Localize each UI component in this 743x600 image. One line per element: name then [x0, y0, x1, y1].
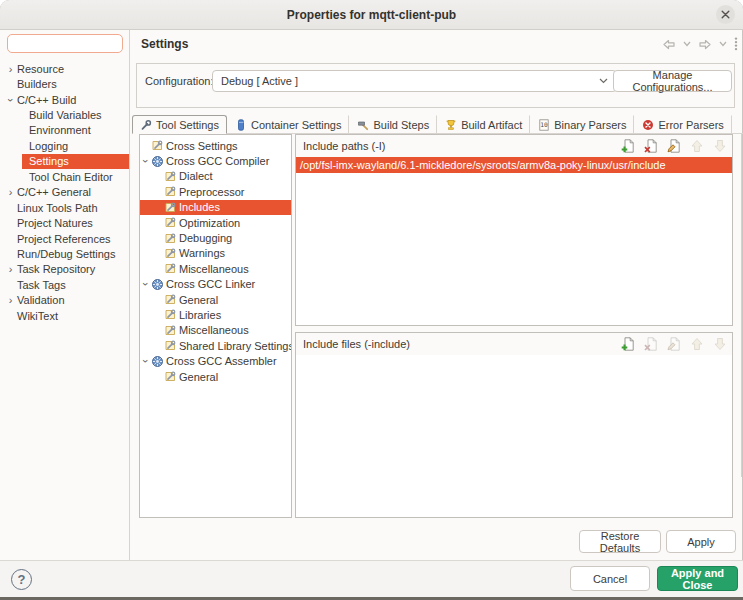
sidebar-item-linux-tools-path[interactable]: Linux Tools Path — [0, 200, 129, 215]
tab-container-settings[interactable]: Container Settings — [227, 115, 350, 133]
sidebar-item-label: Project References — [17, 233, 111, 245]
tool-tree-item-general[interactable]: General — [140, 369, 291, 384]
chevron-down-icon — [719, 41, 727, 47]
list-entry[interactable]: /opt/fsl-imx-wayland/6.1-mickledore/sysr… — [296, 157, 732, 173]
page-navigation — [662, 37, 738, 51]
tool-tree-item-shared-library-settings[interactable]: Shared Library Settings — [140, 338, 291, 353]
expander-collapsed-icon[interactable]: › — [4, 63, 17, 75]
manage-configurations-button[interactable]: Manage Configurations... — [613, 70, 732, 92]
expander-expanded-icon[interactable]: › — [140, 156, 152, 167]
tab-build-artifact[interactable]: Build Artifact — [437, 115, 530, 133]
binary-icon: 10 — [538, 119, 550, 131]
titlebar[interactable]: Properties for mqtt-client-pub — [0, 0, 743, 30]
view-menu-button[interactable] — [734, 37, 738, 51]
tool-tree-item-general[interactable]: General — [140, 292, 291, 307]
error-icon — [642, 119, 654, 131]
tab-binary-parsers[interactable]: 10Binary Parsers — [530, 115, 634, 133]
tab-tool-settings[interactable]: Tool Settings — [132, 115, 227, 134]
tool-tree-item-warnings[interactable]: Warnings — [140, 246, 291, 261]
edit-entry-button[interactable] — [666, 337, 681, 352]
move-entry-up-button[interactable] — [689, 139, 704, 154]
help-button[interactable]: ? — [11, 569, 32, 590]
tab-label: Tool Settings — [156, 119, 219, 131]
expander-collapsed-icon[interactable]: › — [4, 294, 17, 306]
tool-tree-item-label: Miscellaneous — [179, 324, 249, 336]
sidebar-item-label: Linux Tools Path — [17, 202, 98, 214]
category-icon — [164, 370, 177, 383]
add-entry-button[interactable] — [620, 139, 635, 154]
back-button[interactable] — [662, 38, 676, 51]
tool-tree-item-label: Dialect — [179, 170, 213, 182]
sidebar-item-environment[interactable]: Environment — [0, 123, 129, 138]
category-icon — [164, 170, 177, 183]
back-history-button[interactable] — [683, 41, 691, 47]
tab-error-parsers[interactable]: Error Parsers — [634, 115, 731, 133]
include-files-panel: Include files (-include) — [295, 332, 733, 518]
sidebar-item-c-c-general[interactable]: ›C/C++ General — [0, 185, 129, 200]
move-entry-up-button[interactable] — [689, 337, 704, 352]
delete-entry-button[interactable] — [643, 139, 658, 154]
tool-tree-item-includes[interactable]: Includes — [140, 200, 291, 215]
move-entry-down-button[interactable] — [712, 139, 727, 154]
tool-tree-item-cross-gcc-linker[interactable]: ›Cross GCC Linker — [140, 277, 291, 292]
sidebar-item-project-natures[interactable]: Project Natures — [0, 215, 129, 230]
configuration-label: Configuration: — [145, 75, 214, 87]
expander-expanded-icon[interactable]: › — [5, 93, 17, 106]
forward-history-button[interactable] — [719, 41, 727, 47]
tool-tree-item-cross-settings[interactable]: Cross Settings — [140, 138, 291, 153]
tool-tree-item-cross-gcc-compiler[interactable]: ›Cross GCC Compiler — [140, 153, 291, 168]
expander-expanded-icon[interactable]: › — [140, 279, 152, 290]
sidebar-item-settings[interactable]: Settings — [0, 154, 129, 169]
tool-tree-item-optimization[interactable]: Optimization — [140, 215, 291, 230]
chevron-down-icon — [683, 41, 691, 47]
sidebar-item-run-debug-settings[interactable]: Run/Debug Settings — [0, 246, 129, 261]
sidebar-item-c-c-build[interactable]: ›C/C++ Build — [0, 92, 129, 107]
category-icon — [164, 201, 177, 214]
settings-tabbar: Tool SettingsContainer SettingsBuild Ste… — [132, 114, 743, 134]
expander-collapsed-icon[interactable]: › — [4, 186, 17, 198]
apply-button[interactable]: Apply — [666, 530, 736, 553]
move-entry-down-button[interactable] — [712, 337, 727, 352]
delete-entry-button[interactable] — [643, 337, 658, 352]
configuration-group: Configuration: Debug [ Active ] Manage C… — [136, 63, 735, 108]
sidebar-item-resource[interactable]: ›Resource — [0, 61, 129, 76]
tool-tree-item-cross-gcc-assembler[interactable]: ›Cross GCC Assembler — [140, 353, 291, 368]
sidebar-item-label: Run/Debug Settings — [17, 248, 115, 260]
configuration-select[interactable]: Debug [ Active ] — [212, 70, 617, 92]
tab-build-steps[interactable]: Build Steps — [349, 115, 437, 133]
sidebar-item-build-variables[interactable]: Build Variables — [0, 107, 129, 122]
edit-entry-button[interactable] — [666, 139, 681, 154]
sidebar-item-label: Logging — [29, 140, 68, 152]
sidebar-item-validation[interactable]: ›Validation — [0, 293, 129, 308]
close-button[interactable] — [716, 5, 735, 24]
kebab-menu-icon — [734, 37, 738, 51]
sidebar-item-project-references[interactable]: Project References — [0, 231, 129, 246]
category-icon — [151, 139, 164, 152]
tool-tree-item-debugging[interactable]: Debugging — [140, 230, 291, 245]
tool-tree-item-miscellaneous[interactable]: Miscellaneous — [140, 261, 291, 276]
tool-settings-tree-panel: Cross Settings›Cross GCC CompilerDialect… — [139, 134, 292, 518]
sidebar-item-wikitext[interactable]: WikiText — [0, 308, 129, 323]
add-entry-button[interactable] — [620, 337, 635, 352]
sidebar-item-task-tags[interactable]: Task Tags — [0, 277, 129, 292]
sidebar-item-builders[interactable]: Builders — [0, 76, 129, 91]
sidebar-item-logging[interactable]: Logging — [0, 138, 129, 153]
sidebar-item-tool-chain-editor[interactable]: Tool Chain Editor — [0, 169, 129, 184]
restore-defaults-button[interactable]: Restore Defaults — [579, 530, 661, 553]
expander-expanded-icon[interactable]: › — [140, 356, 152, 367]
cancel-button[interactable]: Cancel — [570, 566, 650, 591]
apply-and-close-button[interactable]: Apply and Close — [657, 566, 738, 591]
tool-tree-item-libraries[interactable]: Libraries — [140, 307, 291, 322]
include-paths-title: Include paths (-I) — [303, 140, 386, 152]
include-paths-list: /opt/fsl-imx-wayland/6.1-mickledore/sysr… — [296, 157, 732, 173]
tool-tree-item-miscellaneous[interactable]: Miscellaneous — [140, 323, 291, 338]
expander-collapsed-icon[interactable]: › — [4, 263, 17, 275]
delete-icon — [644, 337, 658, 351]
tab-label: Error Parsers — [658, 119, 723, 131]
filter-input[interactable] — [7, 34, 123, 53]
tool-tree-item-dialect[interactable]: Dialect — [140, 169, 291, 184]
tool-tree-item-preprocessor[interactable]: Preprocessor — [140, 184, 291, 199]
tool-tree-item-label: General — [179, 371, 218, 383]
sidebar-item-task-repository[interactable]: ›Task Repository — [0, 262, 129, 277]
forward-button[interactable] — [698, 38, 712, 51]
